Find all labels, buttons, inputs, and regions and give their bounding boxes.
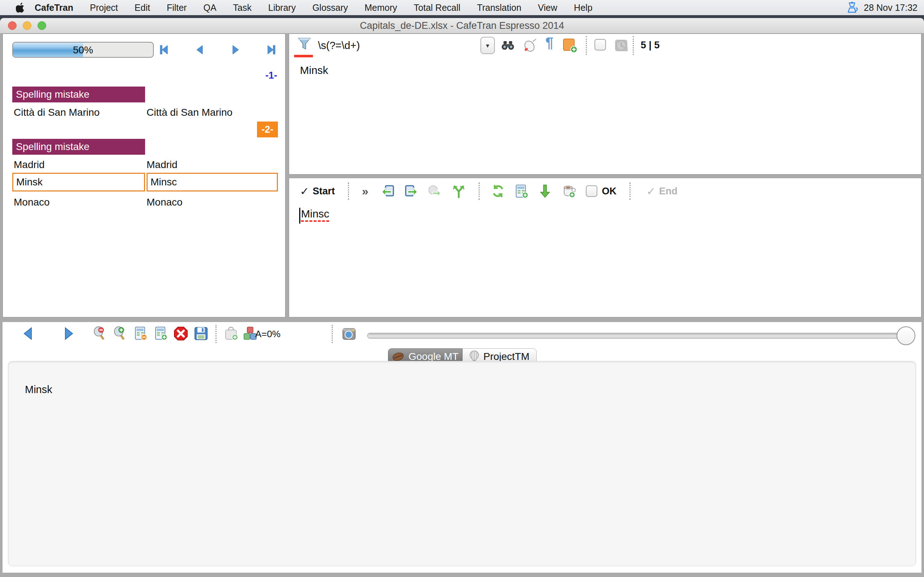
menu-filter[interactable]: Filter xyxy=(167,3,187,13)
transfer-next-icon[interactable] xyxy=(404,184,419,199)
content-frame: 50% -1- Spelling mistake Città di San Ma… xyxy=(0,34,924,577)
segment-nav-buttons xyxy=(158,43,277,57)
camera-icon[interactable] xyxy=(341,326,357,342)
auto-assembling-label: A=0% xyxy=(255,329,281,340)
split-segment-icon[interactable] xyxy=(451,184,466,199)
progress-label: 50% xyxy=(13,44,153,56)
start-check-icon[interactable]: ✓ xyxy=(300,185,309,198)
qa-issue-header[interactable]: Spelling mistake xyxy=(12,87,145,102)
context-slider[interactable] xyxy=(367,333,910,338)
toolbar-separator xyxy=(478,182,480,200)
segment-counter: 5 | 5 xyxy=(641,40,660,51)
menu-view[interactable]: View xyxy=(538,3,557,13)
menu-qa[interactable]: QA xyxy=(203,3,216,13)
history-forward-button[interactable] xyxy=(61,326,77,342)
menu-help[interactable]: Help xyxy=(574,3,592,13)
filter-active-underline xyxy=(294,55,313,57)
mt-result-panel: Minsk xyxy=(8,361,916,566)
menu-bar: CafeTran Project Edit Filter QA Task Lib… xyxy=(0,0,924,15)
auto-transfer-disabled-icon xyxy=(426,184,442,199)
add-term-cup-icon[interactable] xyxy=(561,184,577,199)
toolbar-separator xyxy=(348,182,349,200)
qa-cell-target[interactable]: Monaco xyxy=(147,195,183,210)
remove-memory-icon[interactable] xyxy=(132,326,149,342)
save-icon[interactable] xyxy=(193,326,209,342)
qa-cell-source[interactable]: Monaco xyxy=(14,195,50,210)
menu-project[interactable]: Project xyxy=(90,3,118,13)
segment-1-label: -1- xyxy=(234,70,277,81)
toolbar-separator xyxy=(586,36,587,55)
menu-clock[interactable]: 28 Nov 17:32 xyxy=(864,3,918,13)
previous-segment-button[interactable] xyxy=(194,44,205,56)
source-panel: \s(?=\d+) ▼ ¶ 5 | 5 Minsk xyxy=(289,34,921,174)
mouse-icon[interactable] xyxy=(522,37,539,53)
qa-issue-header[interactable]: Spelling mistake xyxy=(12,139,145,155)
zoom-in-icon[interactable] xyxy=(112,326,128,342)
delete-icon[interactable] xyxy=(173,326,189,342)
insert-below-icon[interactable] xyxy=(538,184,552,199)
text-caret xyxy=(299,208,300,224)
pilcrow-icon[interactable]: ¶ xyxy=(545,35,553,51)
ok-label: OK xyxy=(602,186,617,197)
window-title: Capitals_de-DE.xlsx - CafeTran Espresso … xyxy=(0,20,924,31)
find-binoculars-icon[interactable] xyxy=(501,38,515,53)
menu-total-recall[interactable]: Total Recall xyxy=(414,3,460,13)
desktop-gap xyxy=(0,15,924,18)
refresh-translation-icon[interactable] xyxy=(491,184,506,199)
qa-cell-source[interactable]: Madrid xyxy=(14,158,45,172)
filter-regex-input[interactable]: \s(?=\d+) xyxy=(318,40,360,52)
target-editor[interactable]: Minsc xyxy=(299,208,329,224)
target-panel: ✓ Start » xyxy=(289,178,921,318)
menu-memory[interactable]: Memory xyxy=(365,3,397,13)
history-back-button[interactable] xyxy=(20,326,36,342)
qa-cell-target[interactable]: Città di San Marino xyxy=(147,105,233,120)
start-button[interactable]: Start xyxy=(313,186,335,197)
toolbar-separator xyxy=(332,325,333,343)
qa-cell-source[interactable]: Città di San Marino xyxy=(14,105,100,120)
end-button[interactable]: End xyxy=(659,186,677,197)
cafetran-statusbar-icon[interactable] xyxy=(846,2,859,13)
target-toolbar: ✓ Start » xyxy=(300,181,677,201)
menu-glossary[interactable]: Glossary xyxy=(312,3,348,13)
add-memory-icon[interactable] xyxy=(153,326,168,342)
transfer-previous-icon[interactable] xyxy=(380,184,396,199)
qa-selected-cell-target[interactable]: Minsc xyxy=(147,173,278,192)
toolbar-separator xyxy=(215,325,216,343)
zoom-out-icon[interactable] xyxy=(92,326,108,342)
menu-edit[interactable]: Edit xyxy=(135,3,150,13)
filter-funnel-icon[interactable] xyxy=(297,37,312,51)
alarm-clock-disabled-icon xyxy=(613,37,629,53)
toolbar-separator xyxy=(630,182,630,200)
menu-translation[interactable]: Translation xyxy=(477,3,522,13)
segment-2-label: -2- xyxy=(257,121,278,137)
qa-cell-target[interactable]: Madrid xyxy=(147,158,178,172)
package-add-icon[interactable] xyxy=(223,326,239,342)
more-actions-button[interactable]: » xyxy=(362,185,368,198)
slider-knob[interactable] xyxy=(897,326,915,345)
progress-bar: 50% xyxy=(12,42,154,58)
add-to-memory-icon[interactable] xyxy=(514,184,529,199)
apple-menu-icon[interactable] xyxy=(16,2,25,13)
filter-dropdown-button[interactable]: ▼ xyxy=(480,37,495,54)
source-toolbar-checkbox[interactable] xyxy=(594,39,606,50)
toolbar-separator xyxy=(633,36,634,55)
menu-library[interactable]: Library xyxy=(268,3,296,13)
menu-cafetran[interactable]: CafeTran xyxy=(35,3,73,13)
menu-task[interactable]: Task xyxy=(233,3,252,13)
title-bar[interactable]: Capitals_de-DE.xlsx - CafeTran Espresso … xyxy=(0,18,924,34)
last-segment-button[interactable] xyxy=(266,44,277,56)
bottom-region: A=0% Google MT ProjectTM xyxy=(3,322,921,573)
qa-grid-panel: 50% -1- Spelling mistake Città di San Ma… xyxy=(3,34,286,318)
target-segment-text[interactable]: Minsc xyxy=(301,208,329,222)
qa-selected-cell-source[interactable]: Minsk xyxy=(12,173,145,192)
new-note-icon[interactable] xyxy=(562,37,578,53)
next-segment-button[interactable] xyxy=(230,44,241,56)
end-check-icon: ✓ xyxy=(646,185,656,198)
mt-result-text[interactable]: Minsk xyxy=(25,384,52,396)
first-segment-button[interactable] xyxy=(158,44,170,56)
screen: CafeTran Project Edit Filter QA Task Lib… xyxy=(0,0,924,577)
coffee-bean-icon xyxy=(392,352,404,361)
ok-checkbox[interactable] xyxy=(586,185,597,197)
source-segment-text[interactable]: Minsk xyxy=(300,64,328,76)
